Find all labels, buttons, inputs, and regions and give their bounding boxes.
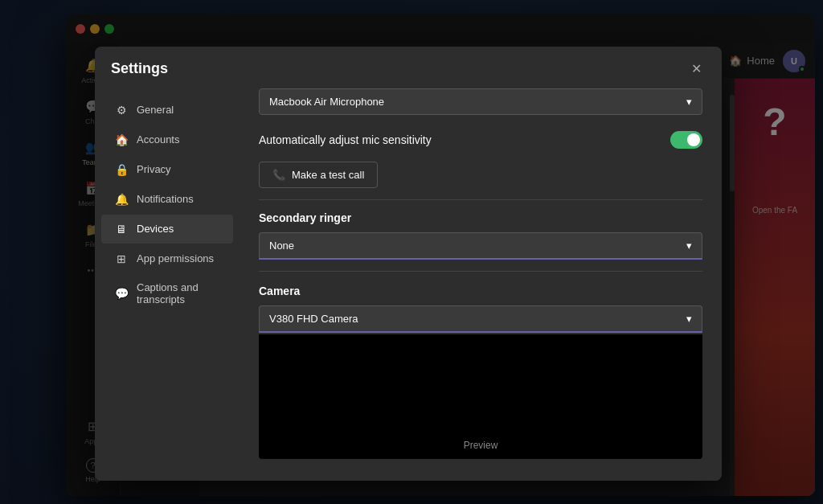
settings-body: ⚙ General 🏠 Accounts 🔒 Privacy 🔔 Notific… [95, 88, 722, 481]
captions-icon: 💬 [114, 286, 129, 301]
auto-adjust-toggle[interactable] [670, 131, 702, 149]
modal-overlay: Settings ✕ ⚙ General 🏠 Accounts 🔒 [66, 14, 815, 496]
camera-title: Camera [259, 285, 702, 297]
nav-label-app-permissions: App permissions [137, 252, 214, 264]
settings-close-button[interactable]: ✕ [686, 59, 706, 79]
nav-item-general[interactable]: ⚙ General [101, 96, 233, 125]
privacy-icon: 🔒 [114, 162, 129, 177]
nav-label-privacy: Privacy [137, 163, 171, 175]
notifications-icon: 🔔 [114, 192, 129, 207]
nav-label-notifications: Notifications [137, 193, 194, 205]
settings-content: Macbook Air Microphone ▾ Automatically a… [240, 88, 722, 481]
nav-item-app-permissions[interactable]: ⊞ App permissions [101, 244, 233, 273]
secondary-ringer-title: Secondary ringer [259, 211, 702, 224]
general-icon: ⚙ [114, 103, 129, 117]
camera-dropdown-arrow: ▾ [686, 313, 692, 325]
nav-label-general: General [137, 104, 174, 116]
settings-title-bar: Settings ✕ [95, 47, 722, 88]
nav-label-accounts: Accounts [137, 133, 179, 145]
auto-adjust-label: Automatically adjust mic sensitivity [259, 133, 432, 146]
app-permissions-icon: ⊞ [114, 252, 129, 266]
phone-icon: 📞 [272, 169, 285, 181]
toggle-knob [687, 133, 700, 146]
camera-dropdown[interactable]: V380 FHD Camera ▾ [259, 305, 702, 333]
preview-label: Preview [464, 440, 498, 451]
devices-icon: 🖥 [114, 222, 129, 236]
camera-selected: V380 FHD Camera [269, 313, 358, 325]
nav-item-privacy[interactable]: 🔒 Privacy [101, 155, 233, 184]
secondary-ringer-arrow: ▾ [686, 240, 692, 252]
mic-selected-label: Macbook Air Microphone [269, 96, 384, 108]
nav-label-captions: Captions and transcripts [137, 281, 220, 305]
auto-adjust-row: Automatically adjust mic sensitivity [259, 128, 702, 152]
nav-item-devices[interactable]: 🖥 Devices [101, 215, 233, 244]
nav-label-devices: Devices [137, 223, 174, 235]
divider-1 [259, 199, 702, 200]
secondary-ringer-selected: None [269, 240, 294, 252]
camera-section: Camera V380 FHD Camera ▾ Preview [259, 285, 702, 459]
settings-title: Settings [111, 60, 168, 77]
nav-item-notifications[interactable]: 🔔 Notifications [101, 185, 233, 214]
settings-nav: ⚙ General 🏠 Accounts 🔒 Privacy 🔔 Notific… [95, 88, 240, 481]
secondary-ringer-dropdown[interactable]: None ▾ [259, 232, 702, 260]
microphone-dropdown[interactable]: Macbook Air Microphone ▾ [259, 88, 702, 115]
divider-2 [259, 271, 702, 272]
test-call-button[interactable]: 📞 Make a test call [259, 162, 378, 188]
app-window: 🔔 Activity 💬 Chat 👥 Teams 📅 Meetings 📁 F… [66, 14, 815, 496]
camera-preview: Preview [259, 334, 702, 459]
mic-dropdown-arrow: ▾ [686, 96, 692, 108]
settings-modal: Settings ✕ ⚙ General 🏠 Accounts 🔒 [95, 47, 722, 481]
test-call-label: Make a test call [292, 169, 364, 181]
accounts-icon: 🏠 [114, 133, 129, 147]
nav-item-accounts[interactable]: 🏠 Accounts [101, 125, 233, 154]
nav-item-captions[interactable]: 💬 Captions and transcripts [101, 274, 233, 313]
